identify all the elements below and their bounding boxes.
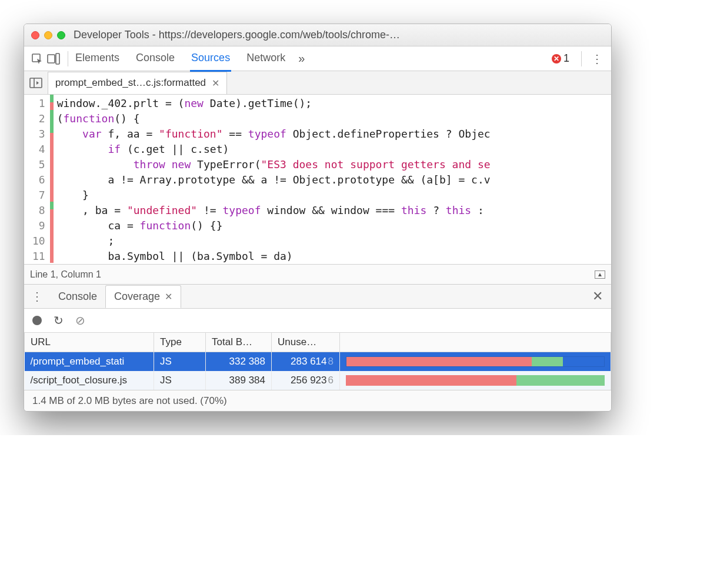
device-toolbar-icon[interactable] — [45, 53, 62, 65]
file-tab-name: prompt_embed_st…c.js:formatted — [55, 77, 206, 89]
cell-url: /prompt_embed_stati — [25, 352, 154, 372]
coverage-summary: 1.4 MB of 2.0 MB bytes are not used. (70… — [24, 390, 611, 411]
cell-bar — [340, 371, 611, 390]
cell-unused: 283 6148 — [272, 352, 340, 372]
show-navigator-icon[interactable] — [24, 78, 48, 88]
table-row[interactable]: /prompt_embed_statiJS332 388283 6148 — [25, 352, 611, 372]
error-icon: ✕ — [552, 54, 561, 64]
col-url[interactable]: URL — [25, 333, 154, 352]
settings-menu-icon[interactable]: ⋮ — [588, 52, 606, 66]
cell-url: /script_foot_closure.js — [25, 371, 154, 390]
table-row[interactable]: /script_foot_closure.jsJS389 384256 9236 — [25, 371, 611, 390]
cell-type: JS — [154, 352, 206, 372]
tab-sources[interactable]: Sources — [190, 46, 231, 72]
error-indicator[interactable]: ✕ 1 — [552, 52, 569, 65]
cell-type: JS — [154, 371, 206, 390]
window-title: Developer Tools - https://developers.goo… — [74, 29, 400, 41]
file-tabs-bar: prompt_embed_st…c.js:formatted ✕ — [24, 71, 611, 95]
code-editor[interactable]: 1234567891011 window._402.prlt = (new Da… — [24, 95, 611, 264]
cell-total: 332 388 — [206, 352, 272, 372]
window-controls — [31, 31, 65, 39]
toggle-drawer-icon[interactable]: ▲ — [595, 270, 605, 279]
tab-network[interactable]: Network — [245, 46, 286, 72]
file-tab[interactable]: prompt_embed_st…c.js:formatted ✕ — [48, 72, 227, 94]
record-icon[interactable] — [32, 316, 42, 325]
col-type[interactable]: Type — [154, 333, 206, 352]
minimize-window-button[interactable] — [44, 31, 52, 39]
clear-icon[interactable]: ⊘ — [75, 313, 85, 328]
close-file-icon[interactable]: ✕ — [212, 78, 219, 89]
tab-elements[interactable]: Elements — [74, 46, 121, 72]
reload-icon[interactable]: ↻ — [54, 313, 64, 328]
svg-rect-1 — [48, 55, 55, 63]
close-drawer-icon[interactable]: ✕ — [588, 289, 608, 304]
main-toolbar: Elements Console Sources Network » ✕ 1 ⋮ — [24, 46, 611, 71]
titlebar: Developer Tools - https://developers.goo… — [24, 24, 611, 46]
drawer-tab-label: Coverage — [114, 290, 160, 303]
drawer-menu-icon[interactable]: ⋮ — [28, 289, 46, 303]
cell-bar — [340, 352, 611, 372]
cursor-position: Line 1, Column 1 — [30, 269, 101, 280]
table-header-row: URL Type Total B… Unuse… — [25, 333, 611, 352]
drawer-tabs: ⋮ Console Coverage ✕ ✕ — [24, 284, 611, 309]
coverage-toolbar: ↻ ⊘ — [24, 309, 611, 332]
more-tabs-icon[interactable]: » — [298, 52, 305, 65]
close-window-button[interactable] — [31, 31, 39, 39]
cell-unused: 256 9236 — [272, 371, 340, 390]
maximize-window-button[interactable] — [57, 31, 65, 39]
close-drawer-tab-icon[interactable]: ✕ — [165, 291, 172, 302]
tab-console[interactable]: Console — [135, 46, 176, 72]
svg-rect-2 — [56, 54, 59, 64]
col-total[interactable]: Total B… — [206, 333, 272, 352]
panel-tabs: Elements Console Sources Network — [74, 46, 286, 72]
col-unused[interactable]: Unuse… — [272, 333, 340, 352]
drawer-tab-console[interactable]: Console — [50, 286, 105, 308]
code-content[interactable]: window._402.prlt = (new Date).getTime();… — [54, 95, 491, 264]
devtools-window: Developer Tools - https://developers.goo… — [24, 24, 612, 412]
drawer-tab-coverage[interactable]: Coverage ✕ — [105, 285, 181, 308]
coverage-table: URL Type Total B… Unuse… /prompt_embed_s… — [24, 332, 611, 390]
col-bar[interactable] — [340, 333, 611, 352]
line-numbers: 1234567891011 — [24, 95, 50, 264]
inspect-element-icon[interactable] — [29, 53, 45, 65]
summary-text: 1.4 MB of 2.0 MB bytes are not used. (70… — [32, 395, 227, 407]
editor-statusbar: Line 1, Column 1 ▲ — [24, 264, 611, 284]
error-count: 1 — [563, 52, 569, 65]
cell-total: 389 384 — [206, 371, 272, 390]
svg-rect-3 — [30, 78, 42, 88]
